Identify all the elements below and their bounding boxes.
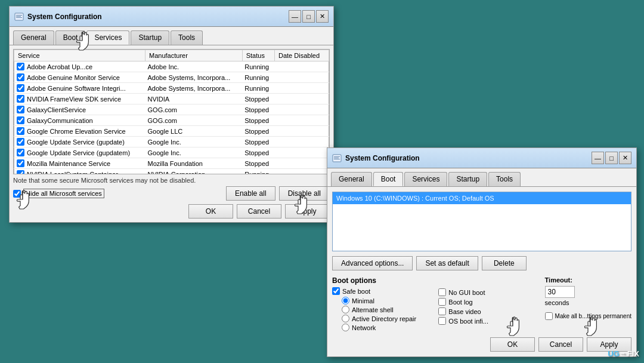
timeout-section: Timeout: 30 seconds Make all b...ttings … [545,276,631,333]
maximize-button-2[interactable]: □ [605,152,618,164]
os-boot-checkbox[interactable] [438,317,446,325]
table-row[interactable]: Google Update Service (gupdate) Google I… [14,137,329,147]
disable-all-button[interactable]: Disable all [279,186,330,201]
service-checkbox[interactable] [17,84,24,92]
service-checkbox[interactable] [17,127,24,135]
network-label[interactable]: Network [352,324,376,331]
safe-boot-label[interactable]: Safe boot [342,288,370,295]
table-row[interactable]: Google Chrome Elevation Service Google L… [14,126,329,137]
table-row[interactable]: Adobe Genuine Monitor Service Adobe Syst… [14,72,329,83]
alternate-shell-radio[interactable] [342,306,349,313]
col-manufacturer: Manufacturer [145,50,243,61]
service-checkbox[interactable] [17,106,24,113]
watermark-separator: → [620,349,627,358]
no-gui-checkbox[interactable] [438,288,446,296]
service-checkbox[interactable] [17,95,24,103]
network-radio[interactable] [342,324,349,331]
hide-ms-checkbox[interactable] [13,190,21,198]
watermark-ug: UG [608,349,620,358]
network-option: Network [342,324,434,331]
timeout-input[interactable]: 30 [545,286,575,298]
service-name-cell: Mozilla Maintenance Service [14,158,145,169]
service-name: Adobe Acrobat Up...ce [27,63,92,70]
base-video-checkbox[interactable] [438,307,446,315]
col-status: Status [242,50,274,61]
minimal-radio[interactable] [342,297,349,304]
status-cell: Running [242,169,274,175]
no-gui-label[interactable]: No GUI boot [448,289,485,296]
dialog1-ok-button[interactable]: OK [188,204,233,219]
boot-list-item-win10[interactable]: Windows 10 (C:\WINDOWS) : Current OS; De… [333,192,631,204]
dialog2-cancel-button[interactable]: Cancel [538,337,583,352]
make-all-checkbox[interactable] [545,312,553,320]
tab-startup[interactable]: Startup [131,30,169,45]
tab-services[interactable]: Services [86,30,129,45]
boot-log-label[interactable]: Boot log [448,299,472,306]
safe-boot-checkbox[interactable] [332,287,340,295]
dialog1-cancel-button[interactable]: Cancel [237,204,281,219]
dialog2-ok-button[interactable]: OK [490,337,535,352]
minimize-button[interactable]: — [289,10,301,23]
tab2-general[interactable]: General [331,172,372,186]
services-table-wrapper[interactable]: Service Manufacturer Status Date Disable… [13,49,330,174]
active-directory-label[interactable]: Active Directory repair [352,315,416,322]
table-row[interactable]: Mozilla Maintenance Service Mozilla Foun… [14,158,329,169]
service-checkbox[interactable] [17,138,24,146]
hide-ms-label[interactable]: Hide all Microsoft services [23,189,104,198]
title-bar-services[interactable]: System Configuration — □ ✕ [10,7,333,27]
tab-boot[interactable]: Boot [55,30,86,45]
dialog1-apply-button[interactable]: Apply [285,204,330,219]
tab-tools[interactable]: Tools [171,30,203,45]
status-cell: Stopped [242,158,274,169]
boot-os-list[interactable]: Windows 10 (C:\WINDOWS) : Current OS; De… [332,192,631,251]
date-cell [275,115,329,126]
close-button[interactable]: ✕ [316,10,329,23]
service-checkbox[interactable] [17,116,24,124]
table-row[interactable]: Adobe Genuine Software Integri... Adobe … [14,83,329,94]
table-row[interactable]: GalaxyClientService GOG.com Stopped [14,104,329,115]
service-checkbox[interactable] [17,170,24,174]
seconds-label: seconds [545,299,569,306]
table-row[interactable]: Google Update Service (gupdatem) Google … [14,147,329,158]
make-all-label[interactable]: Make all b...ttings permanent [555,313,631,319]
service-checkbox[interactable] [17,73,24,81]
maximize-button[interactable]: □ [302,10,315,23]
service-name: Google Update Service (gupdatem) [27,149,130,156]
service-name: Google Update Service (gupdate) [27,139,125,146]
minimal-option: Minimal [342,297,434,304]
tab2-startup[interactable]: Startup [448,172,487,186]
service-name-cell: Google Update Service (gupdatem) [14,147,145,158]
base-video-label[interactable]: Base video [448,308,481,315]
date-cell [275,72,329,83]
tab2-boot[interactable]: Boot [373,172,404,186]
service-checkbox[interactable] [17,63,24,70]
service-checkbox[interactable] [17,149,24,156]
table-row[interactable]: NVIDIA FrameView SDK service NVIDIA Stop… [14,94,329,104]
service-name-cell: GalaxyCommunication [14,115,145,126]
advanced-options-button[interactable]: Advanced options... [332,256,413,270]
service-name-cell: GalaxyClientService [14,104,145,115]
title-bar-boot[interactable]: System Configuration — □ ✕ [327,148,636,168]
manufacturer-cell: NVIDIA Corporation [145,169,243,175]
table-row[interactable]: Adobe Acrobat Up...ce Adobe Inc. Running [14,61,329,72]
close-button-2[interactable]: ✕ [619,152,631,164]
tab2-tools[interactable]: Tools [488,172,521,186]
tab2-services[interactable]: Services [404,172,447,186]
tab-general[interactable]: General [13,30,54,45]
minimize-button-2[interactable]: — [592,152,604,164]
service-checkbox[interactable] [17,159,24,167]
date-cell [275,147,329,158]
svg-rect-7 [334,159,340,159]
os-boot-info-label[interactable]: OS boot infi... [448,318,488,325]
set-as-default-button[interactable]: Set as default [416,256,478,270]
hide-ms-checkbox-row: Hide all Microsoft services [13,189,104,198]
delete-button[interactable]: Delete [482,256,527,270]
table-row[interactable]: GalaxyCommunication GOG.com Stopped [14,115,329,126]
alternate-shell-label[interactable]: Alternate shell [352,306,394,313]
enable-all-button[interactable]: Enable all [226,186,275,201]
safe-boot-option: Safe boot [332,287,434,295]
active-directory-radio[interactable] [342,315,349,322]
minimal-label[interactable]: Minimal [352,297,374,304]
boot-log-checkbox[interactable] [438,298,446,306]
table-row[interactable]: NVIDIA LocalSystem Container NVIDIA Corp… [14,169,329,175]
